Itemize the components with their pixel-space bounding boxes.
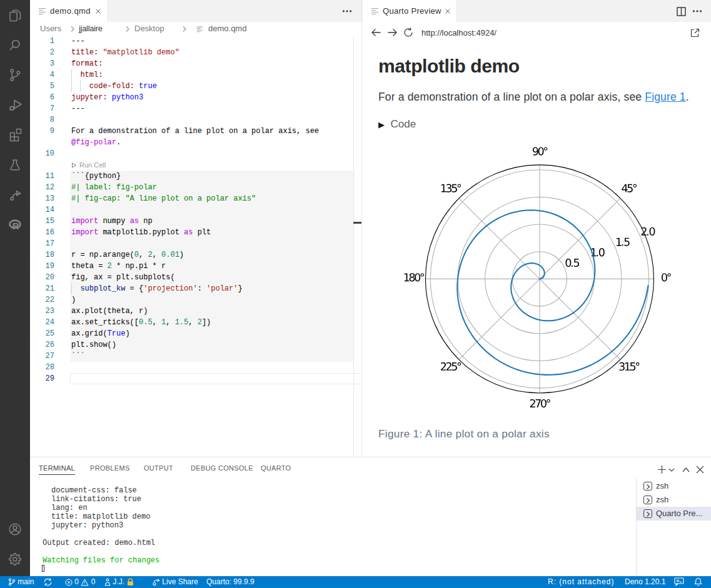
svg-text:R: R	[13, 221, 19, 231]
